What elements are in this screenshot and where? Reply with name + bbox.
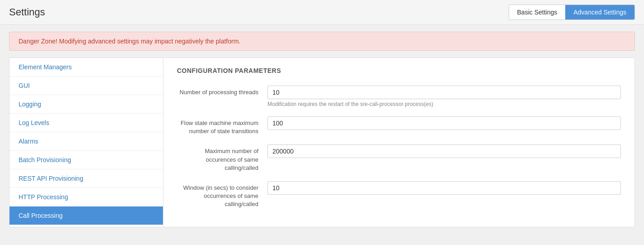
param-input-group-max-occurrences <box>267 144 621 158</box>
main-content: Element ManagersGUILoggingLog LevelsAlar… <box>9 58 635 227</box>
sidebar-item-call-processing[interactable]: Call Processing <box>10 207 163 225</box>
sidebar-item-element-managers[interactable]: Element Managers <box>10 58 163 77</box>
danger-banner: Danger Zone! Modifying advanced settings… <box>9 32 635 51</box>
param-label-processing-threads: Number of processing threads <box>177 86 258 96</box>
sidebar-item-rest-api-provisioning[interactable]: REST API Provisioning <box>10 169 163 188</box>
page-title: Settings <box>9 6 45 18</box>
param-hint-processing-threads: Modification requires the restart of the… <box>267 101 621 107</box>
param-row-window-secs: Window (in secs) to consider occurrences… <box>177 181 621 209</box>
param-row-processing-threads: Number of processing threadsModification… <box>177 86 621 107</box>
param-input-processing-threads[interactable] <box>267 86 621 99</box>
param-input-group-processing-threads: Modification requires the restart of the… <box>267 86 621 107</box>
param-input-max-occurrences[interactable] <box>267 144 621 158</box>
param-input-group-window-secs <box>267 181 621 195</box>
param-input-flow-state-transitions[interactable] <box>267 116 621 130</box>
sidebar: Element ManagersGUILoggingLog LevelsAlar… <box>9 58 163 227</box>
tab-basic-settings[interactable]: Basic Settings <box>509 5 566 19</box>
tab-group: Basic Settings Advanced Settings <box>509 5 635 20</box>
sidebar-item-logging[interactable]: Logging <box>10 95 163 114</box>
sidebar-item-gui[interactable]: GUI <box>10 77 163 95</box>
param-row-flow-state-transitions: Flow state machine maximum number of sta… <box>177 116 621 135</box>
param-row-max-occurrences: Maximum number of occurences of same cal… <box>177 144 621 172</box>
sidebar-item-alarms[interactable]: Alarms <box>10 132 163 151</box>
sidebar-item-http-processing[interactable]: HTTP Processing <box>10 188 163 207</box>
param-label-window-secs: Window (in secs) to consider occurrences… <box>177 181 258 209</box>
param-input-window-secs[interactable] <box>267 181 621 195</box>
param-label-flow-state-transitions: Flow state machine maximum number of sta… <box>177 116 258 135</box>
sidebar-item-log-levels[interactable]: Log Levels <box>10 114 163 132</box>
config-panel: CONFIGURATION PARAMETERS Number of proce… <box>163 58 635 227</box>
config-section-title: CONFIGURATION PARAMETERS <box>177 67 621 74</box>
param-label-max-occurrences: Maximum number of occurences of same cal… <box>177 144 258 172</box>
tab-advanced-settings[interactable]: Advanced Settings <box>565 5 634 19</box>
sidebar-item-batch-provisioning[interactable]: Batch Provisioning <box>10 151 163 169</box>
param-input-group-flow-state-transitions <box>267 116 621 130</box>
